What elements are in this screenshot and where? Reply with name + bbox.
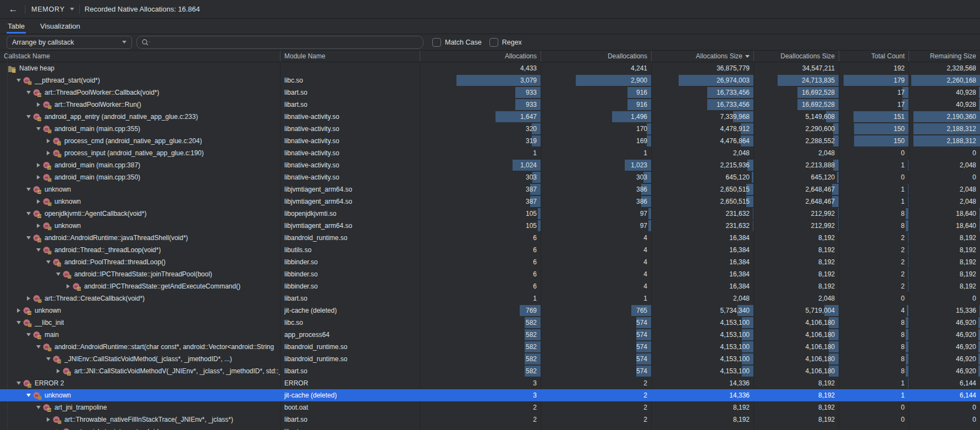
- collapse-arrow-icon[interactable]: [34, 401, 43, 413]
- collapse-arrow-icon[interactable]: [34, 244, 43, 256]
- table-row[interactable]: munknownlibjvmtiagent_arm64.so3873862,65…: [0, 195, 980, 208]
- table-row[interactable]: mart_quick_to_interpreter_bridgelibart.s…: [0, 426, 980, 430]
- total-count-value: 2: [901, 270, 905, 278]
- tab-table[interactable]: Table: [8, 19, 25, 34]
- table-row[interactable]: m_JNIEnv::CallStaticVoidMethod(_jclass*,…: [0, 353, 980, 365]
- expand-arrow-icon[interactable]: [34, 171, 43, 183]
- regex-option[interactable]: Regex: [489, 38, 522, 47]
- table-row[interactable]: mandroid::AndroidRuntime::start(char con…: [0, 341, 980, 353]
- expand-arrow-icon[interactable]: [34, 159, 43, 171]
- column-header-total-count[interactable]: Total Count: [839, 51, 909, 62]
- collapse-arrow-icon[interactable]: [24, 208, 33, 220]
- deallocations-value: 2: [643, 416, 647, 423]
- table-row[interactable]: munknownlibjvmtiagent_arm64.so3873862,65…: [0, 183, 980, 195]
- column-header-remaining-size[interactable]: Remaining Size: [909, 51, 980, 62]
- memory-session-label[interactable]: MEMORY: [31, 6, 65, 13]
- expand-arrow-icon[interactable]: [54, 426, 63, 430]
- search-input[interactable]: [153, 39, 419, 46]
- collapse-arrow-icon[interactable]: [14, 377, 23, 389]
- collapse-arrow-icon[interactable]: [24, 389, 33, 401]
- expand-arrow-icon[interactable]: [54, 365, 63, 377]
- collapse-arrow-icon[interactable]: [34, 341, 43, 353]
- table-row[interactable]: m__pthread_start(void*)libc.so3,0792,900…: [0, 74, 980, 86]
- deallocations-value: 574: [636, 355, 647, 363]
- collapse-arrow-icon[interactable]: [24, 232, 33, 244]
- collapse-arrow-icon[interactable]: [44, 256, 53, 268]
- collapse-arrow-icon[interactable]: [14, 317, 23, 329]
- expand-arrow-icon[interactable]: [24, 292, 33, 304]
- expand-arrow-icon[interactable]: [34, 195, 43, 208]
- column-header-alloc-size[interactable]: Allocations Size: [652, 51, 754, 62]
- regex-checkbox[interactable]: [489, 38, 498, 47]
- table-row[interactable]: mart::ThreadPoolWorker::Run()libart.so93…: [0, 99, 980, 111]
- table-row[interactable]: munknownjit-cache (deleted)7697655,734,3…: [0, 304, 980, 317]
- table-row[interactable]: mandroid::IPCThreadState::joinThreadPool…: [0, 268, 980, 280]
- callstack-cell: mandroid_main (main.cpp:355): [0, 123, 280, 135]
- collapse-arrow-icon[interactable]: [24, 86, 33, 99]
- match-case-checkbox[interactable]: [432, 38, 441, 47]
- table-row[interactable]: mERROR 2ERROR3214,3368,19216,144: [0, 377, 980, 389]
- value-histogram-bar: [538, 220, 541, 231]
- table-row[interactable]: mandroid::IPCThreadState::getAndExecuteC…: [0, 280, 980, 292]
- table-row[interactable]: mprocess_cmd (android_native_app_glue.c:…: [0, 135, 980, 147]
- collapse-arrow-icon[interactable]: [24, 329, 33, 341]
- table-row[interactable]: mprocess_input (android_native_app_glue.…: [0, 147, 980, 159]
- allocations-value: 582: [526, 355, 537, 363]
- dealloc-size-value: 5,719,004: [806, 307, 835, 314]
- table-row[interactable]: mandroid::PoolThread::threadLoop()libbin…: [0, 256, 980, 268]
- table-row[interactable]: mandroid::AndroidRuntime::javaThreadShel…: [0, 232, 980, 244]
- table-row[interactable]: mandroid_app_entry (android_native_app_g…: [0, 111, 980, 123]
- column-header-dealloc-size[interactable]: Deallocations Size: [754, 51, 839, 62]
- column-header-module[interactable]: Module Name: [280, 51, 420, 62]
- table-row[interactable]: munknownjit-cache (deleted)3214,3368,192…: [0, 389, 980, 401]
- collapse-arrow-icon[interactable]: [34, 123, 43, 135]
- table-row[interactable]: mart_jni_trampolineboot.oat228,1928,1920…: [0, 401, 980, 413]
- table-row[interactable]: m__libc_initlibc.so5825744,153,1004,106,…: [0, 317, 980, 329]
- table-row[interactable]: mart::Throwable_nativeFillInStackTrace(_…: [0, 413, 980, 426]
- tab-visualization[interactable]: Visualization: [40, 19, 80, 34]
- table-row[interactable]: mandroid_main (main.cpp:355)libnative-ac…: [0, 123, 980, 135]
- dealloc-size-value: 2,288,552: [806, 137, 835, 145]
- callstack-cell: munknown: [0, 304, 280, 317]
- match-case-option[interactable]: Match Case: [432, 38, 482, 47]
- dealloc-size-value: 8,192: [818, 416, 835, 423]
- table-row[interactable]: mandroid_main (main.cpp:350)libnative-ac…: [0, 171, 980, 183]
- module-cell: libnative-activity.so: [280, 123, 420, 135]
- table-row[interactable]: mart::Thread::CreateCallback(void*)libar…: [0, 292, 980, 304]
- expand-arrow-icon[interactable]: [44, 147, 53, 159]
- collapse-arrow-icon[interactable]: [24, 111, 33, 123]
- total-count-value: 8: [901, 331, 905, 339]
- allocations-value: 2: [533, 404, 537, 411]
- arrange-by-dropdown[interactable]: Arrange by callstack: [7, 36, 132, 49]
- expand-arrow-icon[interactable]: [14, 304, 23, 317]
- column-header-name[interactable]: Callstack Name: [0, 51, 280, 62]
- search-field[interactable]: [136, 36, 423, 49]
- table-row[interactable]: mandroid_main (main.cpp:387)libnative-ac…: [0, 159, 980, 171]
- back-button[interactable]: ←: [7, 3, 20, 16]
- collapse-arrow-icon[interactable]: [14, 74, 23, 86]
- table-row[interactable]: mart::ThreadPoolWorker::Callback(void*)l…: [0, 86, 980, 99]
- expand-arrow-icon[interactable]: [44, 135, 53, 147]
- remaining-size-cell: 46,920: [909, 341, 980, 353]
- callstack-name: unknown: [45, 186, 71, 193]
- expand-arrow-icon[interactable]: [64, 280, 73, 292]
- collapse-arrow-icon[interactable]: [24, 183, 33, 195]
- total-count-value: 0: [901, 173, 905, 181]
- collapse-arrow-icon[interactable]: [54, 268, 63, 280]
- table-row[interactable]: mopenjdkjvmti::AgentCallback(void*)libop…: [0, 208, 980, 220]
- expand-arrow-icon[interactable]: [34, 220, 43, 232]
- column-header-deallocations[interactable]: Deallocations: [541, 51, 652, 62]
- collapse-arrow-icon[interactable]: [44, 353, 53, 365]
- chevron-down-icon[interactable]: [70, 8, 74, 10]
- callstack-cell: mart::ThreadPoolWorker::Run(): [0, 99, 280, 111]
- remaining-size-cell: 8,192: [909, 232, 980, 244]
- column-header-allocations[interactable]: Allocations: [420, 51, 541, 62]
- table-row[interactable]: munknownlibjvmtiagent_arm64.so10597231,6…: [0, 220, 980, 232]
- table-row[interactable]: Native heap4,4334,24136,875,77934,547,21…: [0, 62, 980, 74]
- table-row[interactable]: mmainapp_process645825744,153,1004,106,1…: [0, 329, 980, 341]
- expand-arrow-icon[interactable]: [44, 413, 53, 426]
- table-row[interactable]: mandroid::Thread::_threadLoop(void*)libu…: [0, 244, 980, 256]
- table-row[interactable]: mart::JNI::CallStaticVoidMethodV(_JNIEnv…: [0, 365, 980, 377]
- expand-arrow-icon[interactable]: [34, 99, 43, 111]
- deallocations-value: 4: [643, 270, 647, 278]
